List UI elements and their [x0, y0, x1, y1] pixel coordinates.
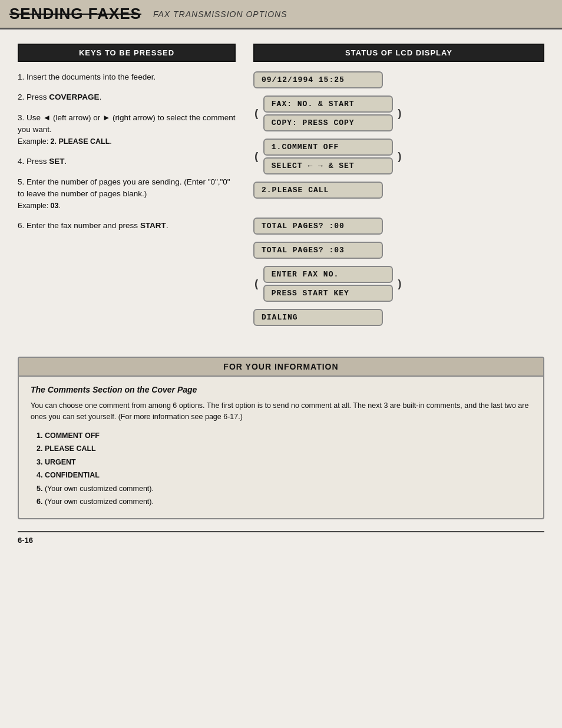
header-title-main: SENDING FAXES [9, 5, 141, 23]
page-number: 6-16 [18, 531, 544, 545]
right-arrow-comment: ) [396, 151, 403, 163]
lcd-fax-copy-group: ( FAX: NO. & START COPY: PRESS COPY ) [253, 95, 544, 131]
status-section-header: STATUS OF LCD DISPLAY [253, 44, 544, 62]
lcd-comment-select-group: ( 1.COMMENT OFF SELECT ← → & SET ) [253, 139, 544, 174]
keys-section-header: KEYS TO BE PRESSED [18, 44, 236, 62]
step-3-number: 3. [18, 113, 27, 122]
lcd-enter-screens: ENTER FAX NO. PRESS START KEY [263, 266, 393, 302]
lcd-please-call-group: 2.PLEASE CALL [253, 182, 544, 199]
step-2-text: Press COVERPAGE. [27, 93, 101, 101]
step-4-number: 4. [18, 157, 27, 166]
page-header: SENDING FAXES FAX TRANSMISSION OPTIONS [0, 0, 562, 29]
fyi-header: FOR YOUR INFORMATION [19, 358, 543, 377]
lcd-press-start-key: PRESS START KEY [263, 285, 393, 302]
fyi-list-item-3: 3. URGENT [37, 456, 531, 469]
step-4: 4. Press SET. [18, 156, 236, 167]
step-3-text: Use ◄ (left arrow) or ► (right arrow) to… [18, 113, 236, 146]
right-arrow-enter: ) [396, 278, 403, 290]
step-6: 6. Enter the fax number and press START. [18, 220, 236, 232]
lcd-select-set: SELECT ← → & SET [263, 157, 393, 174]
step-3-example: Example: 2. PLEASE CALL. [18, 137, 112, 146]
spacer-1 [253, 206, 544, 218]
left-arrow-comment: ( [253, 151, 260, 163]
step-4-text: Press SET. [27, 157, 67, 166]
fyi-list-item-1: 1. COMMENT OFF [37, 429, 531, 443]
main-content: KEYS TO BE PRESSED 1. Insert the documen… [0, 29, 562, 345]
step-2-number: 2. [18, 93, 27, 101]
step-5-example: Example: 03. [18, 202, 61, 210]
step-6-text: Enter the fax number and press START. [27, 221, 168, 230]
lcd-copy-press-copy: COPY: PRESS COPY [263, 114, 393, 131]
lcd-comment-off: 1.COMMENT OFF [263, 139, 393, 156]
step-1: 1. Insert the documents into the feeder. [18, 71, 236, 83]
left-arrow-enter: ( [253, 278, 260, 290]
lcd-total-pages-00: TOTAL PAGES? :00 [253, 218, 383, 235]
step-2: 2. Press COVERPAGE. [18, 91, 236, 103]
step-6-bold: START [140, 221, 166, 230]
lcd-datetime-group: 09/12/1994 15:25 [253, 71, 544, 88]
fyi-box: FOR YOUR INFORMATION The Comments Sectio… [18, 357, 544, 519]
step-4-bold: SET [49, 157, 64, 166]
fyi-list-item-2: 2. PLEASE CALL [37, 442, 531, 456]
fyi-subtitle: The Comments Section on the Cover Page [31, 385, 531, 394]
left-arrow-fax: ( [253, 108, 260, 120]
lcd-total-pages-00-group: TOTAL PAGES? :00 [253, 218, 544, 235]
fyi-list-item-5: 5. (Your own customized comment). [37, 482, 531, 496]
fyi-list-item-6: 6. (Your own customized comment). [37, 495, 531, 509]
step-5-text: Enter the number of pages you are sendin… [18, 177, 230, 210]
step-1-text: Insert the documents into the feeder. [27, 73, 156, 81]
lcd-total-pages-03: TOTAL PAGES? :03 [253, 242, 383, 259]
fyi-body-text: You can choose one comment from among 6 … [31, 400, 531, 423]
fyi-content: The Comments Section on the Cover Page Y… [19, 377, 543, 518]
lcd-datetime: 09/12/1994 15:25 [253, 71, 383, 88]
lcd-comment-screens: 1.COMMENT OFF SELECT ← → & SET [263, 139, 393, 174]
lcd-dialing-group: DIALING [253, 309, 544, 326]
lcd-dialing: DIALING [253, 309, 383, 326]
step-2-bold: COVERPAGE [49, 93, 99, 101]
fyi-list-item-4: 4. CONFIDENTIAL [37, 469, 531, 482]
step-3: 3. Use ◄ (left arrow) or ► (right arrow)… [18, 112, 236, 148]
lcd-fax-copy-screens: FAX: NO. & START COPY: PRESS COPY [263, 95, 393, 131]
step-5: 5. Enter the number of pages you are sen… [18, 176, 236, 212]
lcd-total-pages-03-group: TOTAL PAGES? :03 [253, 242, 544, 259]
step-5-number: 5. [18, 177, 27, 186]
lcd-enter-fax-no: ENTER FAX NO. [263, 266, 393, 283]
steps-list: 1. Insert the documents into the feeder.… [18, 71, 236, 232]
lcd-enter-press-group: ( ENTER FAX NO. PRESS START KEY ) [253, 266, 544, 302]
step-6-number: 6. [18, 221, 27, 230]
header-title-sub: FAX TRANSMISSION OPTIONS [153, 9, 287, 19]
lcd-please-call: 2.PLEASE CALL [253, 182, 383, 199]
left-column: KEYS TO BE PRESSED 1. Insert the documen… [18, 44, 236, 333]
step-1-number: 1. [18, 73, 27, 81]
lcd-fax-no-start: FAX: NO. & START [263, 95, 393, 113]
right-column: STATUS OF LCD DISPLAY 09/12/1994 15:25 (… [253, 44, 544, 333]
right-arrow-fax: ) [396, 108, 403, 120]
fyi-list: 1. COMMENT OFF 2. PLEASE CALL 3. URGENT … [31, 429, 531, 509]
